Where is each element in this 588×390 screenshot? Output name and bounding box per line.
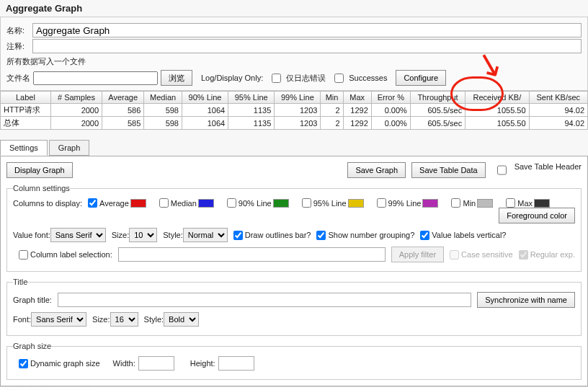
table-cell: 总体 (1, 117, 51, 130)
regex-checkbox (519, 250, 528, 260)
table-cell: 2000 (50, 117, 102, 130)
table-cell: 1135 (228, 117, 275, 130)
successes-label: Successes (349, 74, 387, 82)
tab-settings[interactable]: Settings (0, 140, 48, 156)
browse-button[interactable]: 浏览 (161, 70, 192, 86)
vertical-checkbox[interactable] (420, 231, 429, 240)
configure-button[interactable]: Configure (396, 70, 446, 86)
med-swatch (198, 199, 214, 208)
table-cell: 1135 (228, 104, 275, 117)
outlines-checkbox[interactable] (233, 231, 243, 240)
col-header[interactable]: Sent KB/sec (529, 92, 587, 104)
avg-checkbox[interactable] (88, 198, 97, 208)
regex-label: Regular exp. (530, 250, 575, 259)
save-table-button[interactable]: Save Table Data (411, 162, 486, 178)
col-header[interactable]: Label (1, 92, 51, 104)
errors-only-checkbox[interactable] (272, 74, 281, 83)
filename-input[interactable] (33, 71, 158, 85)
comment-input[interactable] (32, 39, 582, 53)
table-cell: 2 (321, 117, 343, 130)
table-cell: 2 (321, 104, 343, 117)
col-sel-label: Column label selection: (30, 250, 112, 259)
col-header[interactable]: Received KB/ (466, 92, 529, 104)
valuefont-size-select[interactable]: 10 (129, 228, 157, 242)
med-label: Median (171, 199, 197, 208)
table-row: HTTP请求2000586598106411351203212920.00%60… (1, 104, 588, 117)
title-font-label: Font: (13, 315, 31, 324)
col-sel-input[interactable] (118, 247, 386, 262)
col-header[interactable]: Average (102, 92, 144, 104)
p99-checkbox[interactable] (377, 198, 386, 208)
col-header[interactable]: Max (343, 92, 371, 104)
dynamic-size-label: Dynamic graph size (30, 359, 100, 368)
col-sel-checkbox[interactable] (19, 250, 28, 260)
table-cell: 1203 (275, 117, 321, 130)
table-cell: 1055.50 (466, 104, 529, 117)
header-panel: 名称: 注释: 所有数据写入一个文件 文件名 浏览 Log/Display On… (0, 17, 588, 91)
title-font-size-select[interactable]: 16 (110, 312, 138, 327)
p95-checkbox[interactable] (302, 198, 311, 208)
title-font-style-select[interactable]: Bold (164, 312, 199, 327)
p95-swatch (348, 199, 364, 208)
col-header[interactable]: 90% Line (182, 92, 228, 104)
table-cell: 1203 (275, 104, 321, 117)
title-font-family-select[interactable]: Sans Serif (31, 312, 86, 327)
foreground-color-button[interactable]: Foreground color (499, 208, 575, 223)
valuefont-style-select[interactable]: Normal (183, 228, 228, 242)
table-cell: 1292 (343, 104, 371, 117)
col-header[interactable]: Error % (371, 92, 410, 104)
table-cell: 605.5/sec (410, 117, 465, 130)
settings-panel: Display Graph Save Graph Save Table Data… (0, 156, 588, 386)
sync-name-button[interactable]: Synchronize with name (477, 292, 575, 308)
successes-checkbox[interactable] (334, 74, 344, 83)
max-swatch (534, 199, 550, 208)
table-cell: 598 (144, 117, 182, 130)
page-title: Aggregate Graph (0, 0, 588, 17)
dynamic-size-checkbox[interactable] (19, 359, 28, 368)
grouping-label: Show number grouping? (328, 231, 414, 239)
table-cell: 1055.50 (466, 117, 529, 130)
min-checkbox[interactable] (451, 198, 460, 208)
p95-label: 95% Line (313, 199, 347, 208)
table-cell: 585 (102, 117, 144, 130)
height-input[interactable] (218, 356, 254, 371)
width-label: Width: (113, 359, 135, 368)
valuefont-family-select[interactable]: Sans Serif (50, 228, 106, 242)
table-cell: 94.02 (529, 117, 587, 130)
case-checkbox (450, 250, 459, 260)
min-label: Min (463, 199, 476, 208)
med-checkbox[interactable] (159, 198, 169, 208)
display-graph-button[interactable]: Display Graph (6, 162, 73, 178)
table-cell: 2000 (50, 104, 102, 117)
col-header[interactable]: 95% Line (228, 92, 275, 104)
p99-label: 99% Line (388, 199, 422, 208)
apply-filter-button[interactable]: Apply filter (391, 247, 444, 262)
case-label: Case sensitive (461, 250, 513, 259)
table-cell: 0.00% (371, 117, 410, 130)
col-header[interactable]: Median (144, 92, 182, 104)
width-input[interactable] (138, 356, 174, 371)
max-checkbox[interactable] (506, 198, 515, 208)
name-input[interactable] (32, 23, 582, 37)
col-header[interactable]: Min (321, 92, 343, 104)
graph-title-input[interactable] (58, 293, 471, 307)
save-header-checkbox[interactable] (497, 162, 507, 178)
column-settings-legend: Column settings (13, 184, 70, 192)
results-table: Label# SamplesAverageMedian90% Line95% L… (0, 91, 588, 130)
outlines-label: Draw outlines bar? (245, 231, 311, 239)
title-style-label: Style: (144, 315, 164, 324)
save-graph-button[interactable]: Save Graph (347, 162, 406, 178)
col-header[interactable]: 99% Line (275, 92, 321, 104)
table-cell: 605.5/sec (410, 104, 465, 117)
table-row: 总体2000585598106411351203212920.00%605.5/… (1, 117, 588, 130)
p90-checkbox[interactable] (227, 198, 236, 208)
col-header[interactable]: Throughput (410, 92, 465, 104)
file-section-label: 所有数据写入一个文件 (6, 56, 582, 67)
tab-graph[interactable]: Graph (49, 140, 90, 156)
grouping-checkbox[interactable] (316, 231, 326, 240)
title-legend: Title (13, 278, 27, 286)
graph-title-label: Graph title: (13, 296, 52, 304)
col-header[interactable]: # Samples (50, 92, 102, 104)
columns-to-display-label: Columns to display: (13, 199, 82, 208)
title-fieldset: Title Graph title: Synchronize with name… (6, 278, 582, 336)
